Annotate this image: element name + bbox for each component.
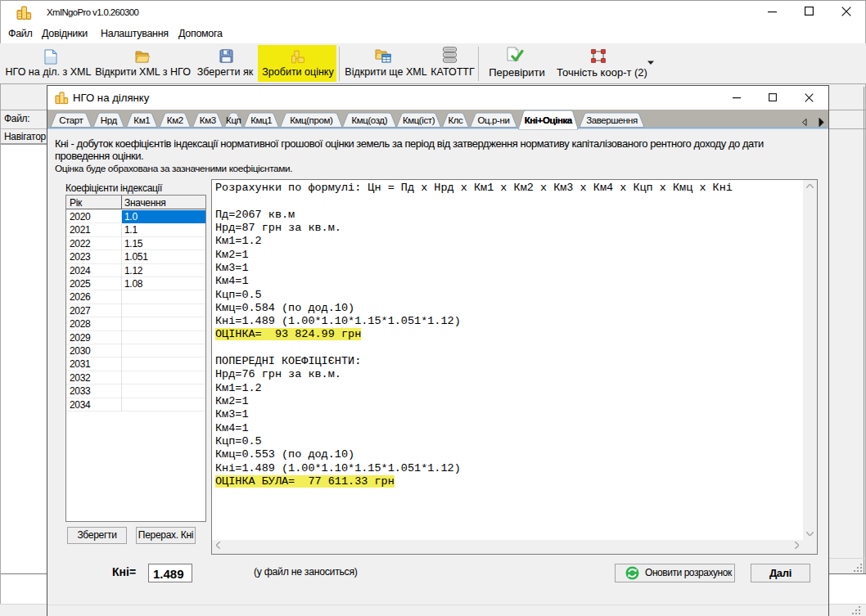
svg-text:Оц.р-ни: Оц.р-ни <box>478 115 510 125</box>
svg-text:Кмц1: Кмц1 <box>250 115 272 125</box>
svg-text:Км3: Км3 <box>200 115 216 125</box>
svg-text:Кні+Оцінка: Кні+Оцінка <box>525 115 573 125</box>
svg-text:Нрд: Нрд <box>101 115 118 125</box>
svg-text:Км1: Км1 <box>133 115 150 125</box>
svg-text:Завершення: Завершення <box>586 115 638 125</box>
svg-text:Кмц(пром): Кмц(пром) <box>290 115 333 125</box>
svg-text:Кмц(озд): Кмц(озд) <box>351 115 387 125</box>
svg-text:Км2: Км2 <box>167 115 183 125</box>
svg-text:Старт: Старт <box>59 115 83 125</box>
svg-text:Кмц(іст): Кмц(іст) <box>403 115 435 125</box>
svg-text:Клс: Клс <box>449 115 464 125</box>
svg-text:Кцп: Кцп <box>226 115 241 125</box>
